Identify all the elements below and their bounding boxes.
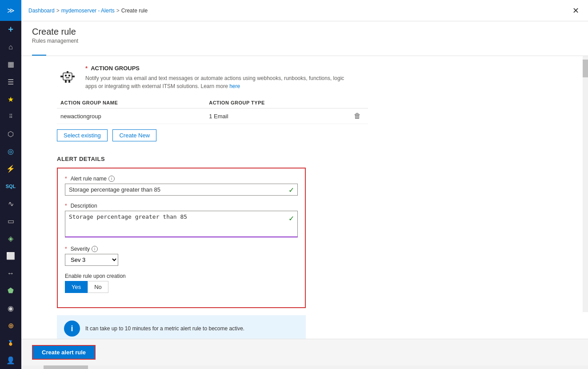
alert-name-info-icon[interactable]: i [108, 176, 115, 182]
svg-rect-5 [60, 76, 63, 77]
alert-rule-name-label: * Alert rule name i [65, 176, 298, 182]
scrollbar-track[interactable] [583, 56, 588, 312]
severity-info-icon[interactable]: i [92, 246, 98, 252]
sidebar-item-bolt[interactable]: ⚡ [0, 160, 21, 177]
action-group-name-cell: newactiongroup [57, 108, 205, 124]
horizontal-scrollbar-thumb[interactable] [44, 365, 88, 369]
sidebar-item-user[interactable]: 👤 [0, 352, 21, 369]
alert-rule-name-input[interactable] [65, 184, 298, 196]
learn-more-link[interactable]: here [229, 83, 240, 89]
sidebar-item-plus[interactable]: + [0, 21, 21, 38]
sidebar-item-home[interactable]: ⌂ [0, 38, 21, 56]
required-star-name: * [65, 176, 67, 182]
alert-rule-name-group: * Alert rule name i ✓ [65, 176, 298, 196]
required-star-sev: * [65, 246, 67, 252]
info-banner: i It can take up to 10 minutes for a met… [57, 315, 306, 339]
svg-rect-4 [67, 71, 68, 73]
alert-details-section: ALERT DETAILS * Alert rule name i ✓ [57, 156, 577, 308]
sidebar-item-medal[interactable]: 🏅 [0, 334, 21, 352]
breadcrumb-sep-2: > [116, 8, 120, 14]
svg-rect-6 [72, 76, 75, 77]
alert-name-check-icon: ✓ [288, 185, 294, 194]
sidebar-item-grid[interactable]: ⠿ [0, 108, 21, 125]
sidebar-item-menu[interactable]: ☰ [0, 73, 21, 90]
sidebar-item-layers[interactable]: ⬜ [0, 247, 21, 265]
enable-no-button[interactable]: No [88, 281, 108, 293]
content-scroll[interactable]: * ACTION GROUPS Notify your team via ema… [21, 56, 588, 339]
sidebar-item-dashboard[interactable]: ▦ [0, 56, 21, 73]
enable-toggle: Yes No [65, 281, 298, 293]
sidebar-item-eye[interactable]: ◉ [0, 299, 21, 317]
action-group-delete-cell: 🗑 [350, 108, 368, 124]
col-action-group-name: ACTION GROUP NAME [57, 97, 205, 108]
enable-rule-group: Enable rule upon creation Yes No [65, 273, 298, 293]
svg-rect-8 [68, 80, 70, 83]
create-new-button[interactable]: Create New [112, 129, 156, 141]
sidebar-item-monitor[interactable]: ▭ [0, 213, 21, 230]
sidebar: ≫ + ⌂ ▦ ☰ ★ ⠿ ⬡ ◎ ⚡ SQL ∿ ▭ ◈ ⬜ ↔ ⬟ ◉ ⊕ … [0, 0, 21, 369]
info-circle-icon: i [64, 321, 80, 337]
select-existing-button[interactable]: Select existing [57, 129, 108, 141]
description-label: * Description [65, 203, 298, 209]
description-wrapper: Storage percentage greater than 85 ✓ [65, 211, 298, 239]
severity-group: * Severity i Sev 3 [65, 246, 298, 266]
col-action-group-type: ACTION GROUP TYPE [205, 97, 350, 108]
description-check-icon: ✓ [288, 214, 294, 223]
sidebar-item-sql[interactable]: SQL [0, 177, 21, 195]
alert-rule-name-wrapper: ✓ [65, 184, 298, 196]
enable-yes-button[interactable]: Yes [65, 281, 88, 293]
action-groups-title: * ACTION GROUPS [85, 65, 352, 72]
action-groups-desc: Notify your team via email and text mess… [85, 74, 352, 90]
sidebar-item-code[interactable]: ∿ [0, 195, 21, 213]
svg-rect-3 [66, 77, 69, 78]
sidebar-item-link[interactable]: ↔ [0, 265, 21, 282]
required-star-desc: * [65, 203, 67, 209]
severity-label: * Severity i [65, 246, 298, 252]
robot-icon [57, 65, 78, 86]
action-buttons: Select existing Create New [57, 129, 577, 141]
info-banner-text: It can take up to 10 minutes for a metri… [85, 325, 244, 332]
sidebar-item-shield[interactable]: ⬟ [0, 282, 21, 299]
alert-details-title: ALERT DETAILS [57, 156, 577, 162]
action-groups-section: * ACTION GROUPS Notify your team via ema… [57, 65, 577, 90]
page-title: Create rule [32, 27, 577, 37]
svg-rect-7 [65, 80, 67, 83]
create-alert-rule-button[interactable]: Create alert rule [32, 345, 96, 360]
tab-active[interactable] [32, 48, 46, 56]
svg-rect-0 [63, 73, 72, 80]
sidebar-expand[interactable]: ≫ [0, 0, 21, 21]
sidebar-item-diamond[interactable]: ◈ [0, 230, 21, 247]
breadcrumb: Dashboard > mydemoserver - Alerts > Crea… [28, 8, 148, 14]
breadcrumb-alerts[interactable]: mydemoserver - Alerts [61, 8, 115, 14]
alert-details-box: * Alert rule name i ✓ * Description [57, 168, 306, 308]
svg-rect-1 [65, 75, 67, 76]
tab-bar [32, 48, 577, 56]
action-group-type-cell: 1 Email [205, 108, 350, 124]
scrollbar-thumb[interactable] [583, 60, 588, 77]
top-bar: Dashboard > mydemoserver - Alerts > Crea… [21, 0, 588, 21]
col-actions [350, 97, 368, 108]
action-groups-info: * ACTION GROUPS Notify your team via ema… [85, 65, 352, 90]
enable-rule-label: Enable rule upon creation [65, 273, 298, 279]
sidebar-item-globe[interactable]: ◎ [0, 143, 21, 160]
close-button[interactable]: ✕ [571, 4, 581, 17]
expand-icon: ≫ [7, 6, 15, 15]
bottom-bar: Create alert rule [21, 339, 588, 365]
sidebar-item-globe2[interactable]: ⊕ [0, 317, 21, 334]
sidebar-item-star[interactable]: ★ [0, 91, 21, 108]
delete-icon[interactable]: 🗑 [354, 112, 361, 120]
table-row: newactiongroup 1 Email 🗑 [57, 108, 368, 124]
breadcrumb-current: Create rule [121, 8, 148, 14]
page-subtitle: Rules management [32, 38, 577, 44]
breadcrumb-sep-1: > [56, 8, 60, 14]
page-header: Create rule Rules management [21, 21, 588, 56]
severity-select[interactable]: Sev 3 [65, 254, 118, 266]
breadcrumb-dashboard[interactable]: Dashboard [28, 8, 55, 14]
action-groups-table: ACTION GROUP NAME ACTION GROUP TYPE newa… [57, 97, 368, 124]
description-textarea[interactable]: Storage percentage greater than 85 [65, 211, 298, 237]
svg-rect-2 [68, 75, 70, 76]
required-star: * [85, 65, 88, 72]
sidebar-item-box[interactable]: ⬡ [0, 125, 21, 143]
main-container: Dashboard > mydemoserver - Alerts > Crea… [21, 0, 588, 369]
horizontal-scrollbar[interactable] [21, 365, 588, 369]
